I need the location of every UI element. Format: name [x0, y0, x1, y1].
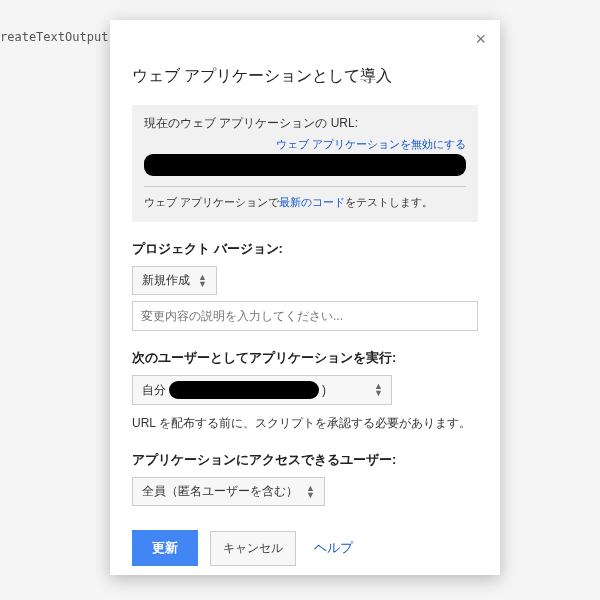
run-as-suffix: ): [322, 383, 326, 397]
test-prefix: ウェブ アプリケーションで: [144, 196, 279, 208]
access-select[interactable]: 全員（匿名ユーザーを含む） ▲▼: [132, 477, 325, 506]
cancel-button[interactable]: キャンセル: [210, 531, 296, 566]
run-as-note: URL を配布する前に、スクリプトを承認する必要があります。: [132, 413, 478, 433]
current-url-redacted: [144, 154, 466, 176]
project-version-label: プロジェクト バージョン:: [132, 240, 478, 258]
select-arrows-icon: ▲▼: [198, 274, 207, 288]
project-version-select[interactable]: 新規作成 ▲▼: [132, 266, 217, 295]
access-label: アプリケーションにアクセスできるユーザー:: [132, 451, 478, 469]
update-button[interactable]: 更新: [132, 530, 198, 566]
run-as-prefix: 自分: [142, 382, 166, 399]
disable-webapp-link[interactable]: ウェブ アプリケーションを無効にする: [276, 138, 466, 150]
help-link[interactable]: ヘルプ: [314, 539, 353, 557]
project-version-selected: 新規作成: [142, 272, 190, 289]
select-arrows-icon: ▲▼: [306, 485, 315, 499]
run-as-label: 次のユーザーとしてアプリケーションを実行:: [132, 349, 478, 367]
run-as-email-redacted: [169, 381, 319, 399]
select-arrows-icon: ▲▼: [374, 383, 383, 397]
access-selected: 全員（匿名ユーザーを含む）: [142, 483, 298, 500]
version-description-input[interactable]: [132, 301, 478, 331]
disable-webapp-row: ウェブ アプリケーションを無効にする: [144, 136, 466, 152]
current-url-label: 現在のウェブ アプリケーションの URL:: [144, 115, 466, 132]
close-icon[interactable]: ×: [475, 30, 486, 48]
test-suffix: をテストします。: [345, 196, 433, 208]
test-latest-link[interactable]: 最新のコード: [279, 196, 345, 208]
url-divider: [144, 186, 466, 187]
dialog-title: ウェブ アプリケーションとして導入: [132, 66, 478, 87]
test-latest-row: ウェブ アプリケーションで最新のコードをテストします。: [144, 195, 466, 210]
current-url-box: 現在のウェブ アプリケーションの URL: ウェブ アプリケーションを無効にする…: [132, 105, 478, 222]
run-as-select[interactable]: 自分 ) ▲▼: [132, 375, 392, 405]
dialog-button-row: 更新 キャンセル ヘルプ: [132, 530, 478, 566]
background-code-fragment: reateTextOutput: [0, 30, 108, 44]
deploy-webapp-dialog: × ウェブ アプリケーションとして導入 現在のウェブ アプリケーションの URL…: [110, 20, 500, 575]
